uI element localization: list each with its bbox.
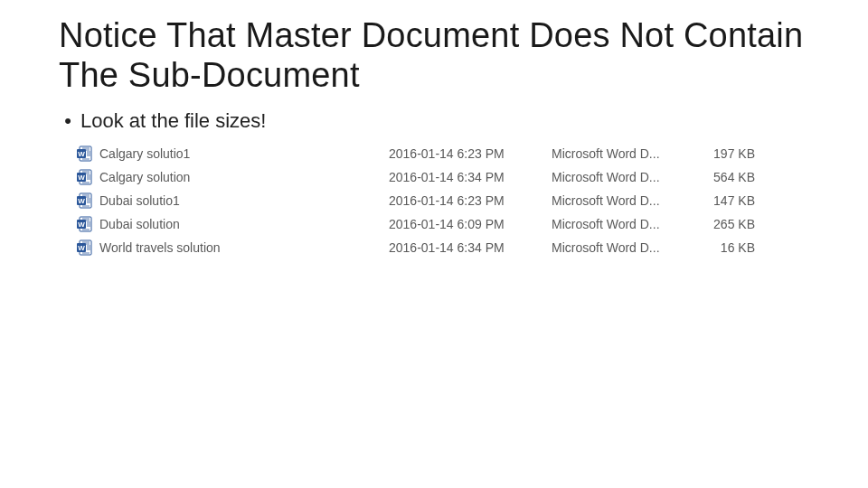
file-type: Microsoft Word D... bbox=[552, 240, 696, 255]
file-size: 197 KB bbox=[696, 146, 755, 161]
file-size: 564 KB bbox=[696, 170, 755, 184]
file-name: Dubai solutio1 bbox=[99, 193, 180, 208]
bullet-dot: • bbox=[59, 109, 77, 133]
file-list-table: W Calgary solutio1 2016-01-14 6:23 PM Mi… bbox=[77, 142, 809, 259]
file-row: W World travels solution 2016-01-14 6:34… bbox=[77, 236, 809, 259]
file-name-cell: W Calgary solution bbox=[77, 169, 389, 185]
slide-title: Notice That Master Document Does Not Con… bbox=[59, 16, 809, 95]
file-size: 147 KB bbox=[696, 193, 755, 208]
svg-text:W: W bbox=[78, 174, 85, 182]
file-date: 2016-01-14 6:34 PM bbox=[389, 170, 552, 184]
file-size: 265 KB bbox=[696, 217, 755, 231]
word-doc-icon: W bbox=[77, 192, 93, 209]
file-date: 2016-01-14 6:09 PM bbox=[389, 217, 552, 231]
file-type: Microsoft Word D... bbox=[552, 170, 696, 184]
bullet-item: • Look at the file sizes! bbox=[59, 109, 809, 133]
file-type: Microsoft Word D... bbox=[552, 146, 696, 161]
file-row: W Calgary solutio1 2016-01-14 6:23 PM Mi… bbox=[77, 142, 809, 165]
slide: Notice That Master Document Does Not Con… bbox=[0, 0, 868, 259]
file-name: Dubai solution bbox=[99, 217, 180, 231]
file-name: Calgary solution bbox=[99, 170, 190, 184]
file-row: W Dubai solution 2016-01-14 6:09 PM Micr… bbox=[77, 212, 809, 236]
svg-text:W: W bbox=[78, 221, 85, 229]
word-doc-icon: W bbox=[77, 239, 93, 256]
file-name-cell: W Dubai solutio1 bbox=[77, 192, 389, 209]
word-doc-icon: W bbox=[77, 169, 93, 185]
file-name-cell: W Dubai solution bbox=[77, 216, 389, 232]
file-row: W Dubai solutio1 2016-01-14 6:23 PM Micr… bbox=[77, 189, 809, 212]
file-type: Microsoft Word D... bbox=[552, 217, 696, 231]
file-name-cell: W World travels solution bbox=[77, 239, 389, 256]
svg-text:W: W bbox=[78, 150, 85, 158]
file-row: W Calgary solution 2016-01-14 6:34 PM Mi… bbox=[77, 165, 809, 189]
file-date: 2016-01-14 6:23 PM bbox=[389, 146, 552, 161]
file-name: World travels solution bbox=[99, 240, 221, 255]
file-size: 16 KB bbox=[696, 240, 755, 255]
word-doc-icon: W bbox=[77, 145, 93, 162]
file-name: Calgary solutio1 bbox=[99, 146, 190, 161]
file-date: 2016-01-14 6:34 PM bbox=[389, 240, 552, 255]
svg-text:W: W bbox=[78, 197, 85, 205]
word-doc-icon: W bbox=[77, 216, 93, 232]
file-name-cell: W Calgary solutio1 bbox=[77, 145, 389, 162]
svg-text:W: W bbox=[78, 244, 85, 252]
bullet-text: Look at the file sizes! bbox=[80, 109, 266, 133]
file-date: 2016-01-14 6:23 PM bbox=[389, 193, 552, 208]
file-type: Microsoft Word D... bbox=[552, 193, 696, 208]
